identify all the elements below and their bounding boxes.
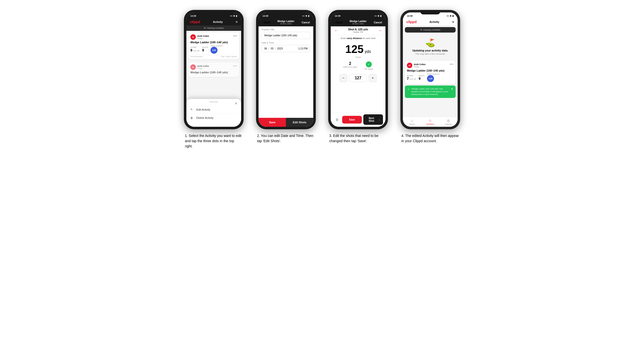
card-stats-4: Score 7 OUT OF Shots 9	[407, 73, 454, 82]
tab-activities[interactable]: ☆ Activities	[421, 117, 439, 127]
phone-3-column: 14:39 ▪▪▪ ⊕ ▮ < Back Wedge Ladder 06 Mar…	[326, 10, 390, 144]
tab-bar-4: ⌂ Home ☆ Activities ◎ Capture	[403, 117, 458, 127]
nav-bar-3: < Back Wedge Ladder 06 Mar 2023 Cancel	[331, 18, 386, 26]
tab-capture[interactable]: ◎ Capture	[440, 117, 458, 127]
notch-4	[420, 10, 440, 14]
diff-value: 2	[343, 61, 357, 66]
shots-value-4: 9	[418, 77, 424, 81]
updating-text: Updating your activity data.	[412, 49, 448, 52]
user-date-1: Today	[197, 37, 209, 39]
wifi-icon-1: ⊕	[233, 15, 235, 17]
success-toast: ✓ "Wedge Ladder (100–140 yds)" was updat…	[405, 86, 456, 98]
spacer-4	[403, 99, 458, 117]
avatar-1: JC	[190, 34, 196, 40]
form-2: Practice Title Wedge Ladder (100–140 yds…	[258, 26, 313, 118]
save-button-2[interactable]: Save	[258, 118, 286, 127]
wifi-icon-3: ⊕	[378, 15, 380, 17]
edit-activity-item[interactable]: ✎ Edit Activity	[190, 105, 237, 114]
user-name-2: Josh Coles	[197, 65, 209, 67]
decrement-button[interactable]: −	[340, 74, 348, 82]
phone-1: 14:38 ▪▪▪ ⊕ ▮ clippd Activity ≡	[184, 10, 244, 129]
viewing-bar-4: ⚙ Viewing Activities	[405, 27, 456, 32]
out-of-1: OUT OF	[193, 50, 200, 52]
next-shot-button[interactable]: Next Shot →	[363, 114, 383, 125]
golf-flag-icon: ⛳	[425, 38, 435, 47]
home-tab-icon: ⌂	[411, 119, 413, 123]
hamburger-icon-4[interactable]: ≡	[452, 20, 454, 24]
hit-label: Hit Target	[364, 68, 373, 70]
prev-shot-arrow[interactable]: ←	[334, 28, 338, 33]
shot-title: Shot 6, 125 yds	[348, 28, 368, 31]
activity-card-1[interactable]: JC Josh Coles Today ••• Wedge Ladder (10…	[188, 32, 239, 59]
card-title-2: Wedge Ladder (100–140 yds)	[190, 71, 237, 74]
card-header-1: JC Josh Coles Today •••	[190, 34, 237, 40]
logo-1: clippd	[190, 20, 200, 24]
more-dots-2[interactable]: •••	[233, 64, 237, 68]
date-time-row: 06 / 03 / 2023 1:13 PM	[264, 47, 308, 50]
user-info-2: Josh Coles Today	[197, 65, 209, 70]
shot-input[interactable]	[349, 74, 367, 82]
card-stats-1: Score 9 OUT OF Shots 9	[190, 45, 237, 54]
quality-label-1: Shot Quality	[210, 45, 223, 47]
user-date-2: Today	[197, 67, 209, 70]
toast-close-icon[interactable]: ✕	[451, 87, 453, 91]
pencil-icon: ✎	[190, 108, 194, 111]
sep1: /	[268, 47, 269, 50]
quality-group-4: Shot Quality 118	[427, 73, 440, 82]
score-value-1: 9	[190, 48, 192, 52]
avatar-2: JC	[190, 64, 196, 70]
score-label-1: Score	[190, 46, 200, 48]
date-time-input[interactable]: 06 / 03 / 2023 1:13 PM	[262, 45, 310, 52]
score-group-1: Score 9 OUT OF	[190, 46, 200, 52]
notch-1	[204, 10, 224, 14]
shots-label-4: Shots	[418, 75, 424, 77]
more-dots-1[interactable]: •••	[233, 34, 237, 38]
updating-section: ⛳ Updating your activity data. This may …	[403, 34, 458, 59]
nav-bar-2: < Back Wedge Ladder 06 Mar 2023 Cancel	[258, 18, 313, 26]
practice-title-input[interactable]: Wedge Ladder (100–140 yds)	[262, 32, 310, 39]
activity-card-4[interactable]: JC Josh Coles Today ••• Wedge Ladder (10…	[405, 61, 456, 84]
wifi-icon-4: ⊕	[450, 15, 452, 17]
sheet-close-icon[interactable]: ✕	[235, 101, 238, 105]
tab-home[interactable]: ⌂ Home	[403, 117, 421, 127]
notch-3	[348, 10, 368, 14]
cancel-button-3[interactable]: Cancel	[374, 21, 382, 24]
activities-tab-icon: ☆	[428, 119, 432, 123]
hamburger-icon-1[interactable]: ≡	[236, 20, 238, 24]
wifi-icon-2: ⊕	[305, 15, 307, 17]
shot-header: ← Shot 6, 125 yds Score 7/9 →	[331, 26, 386, 35]
signal-icon-1: ▪▪▪	[230, 15, 232, 17]
delete-shot-button[interactable]: 🗑	[333, 116, 341, 123]
save-shot-button[interactable]: Save	[342, 116, 362, 124]
shots-label-1: Shots	[202, 46, 208, 48]
bottom-sheet-1: ✕ ✎ Edit Activity 🗑 Delete Activity	[186, 99, 241, 127]
phone-4: 14:38 ▪▪▪ ⊕ ▮ clippd Activity ≡	[400, 10, 460, 129]
date-day: 06	[264, 47, 267, 50]
phone-2-inner: 14:38 ▪▪▪ ⊕ ▮ < Back Wedge Ladder 06 Mar…	[258, 12, 313, 127]
shot-nav: ← Shot 6, 125 yds Score 7/9 →	[332, 27, 384, 34]
back-button-2[interactable]: < Back	[262, 21, 270, 24]
out-of-4: OUT OF	[410, 78, 416, 80]
edit-shots-button[interactable]: Edit Shots	[286, 118, 313, 127]
phone-1-column: 14:38 ▪▪▪ ⊕ ▮ clippd Activity ≡	[182, 10, 246, 149]
more-dots-4[interactable]: •••	[450, 63, 454, 66]
cancel-button-2[interactable]: Cancel	[302, 21, 310, 24]
increment-button[interactable]: +	[369, 74, 377, 82]
distance-unit: yds	[364, 49, 371, 54]
date-time-label: Date & Time	[262, 41, 310, 44]
shot-input-row: − +	[331, 72, 386, 84]
practice-title-label: Practice Title	[262, 28, 310, 31]
header-title-3: Wedge Ladder	[350, 20, 367, 23]
trash-icon: 🗑	[190, 116, 194, 119]
updating-sub: This may take a few moments.	[415, 53, 446, 55]
phone-1-inner: 14:38 ▪▪▪ ⊕ ▮ clippd Activity ≡	[186, 12, 241, 127]
score-group-4: Score 7 OUT OF	[407, 75, 416, 81]
sheet-handle-1	[209, 101, 218, 102]
notch-2	[276, 10, 296, 14]
delete-activity-item[interactable]: 🗑 Delete Activity	[190, 114, 237, 122]
caption-1: 1. Select the Activity you want to edit …	[184, 129, 244, 149]
user-name-4: Josh Coles	[414, 63, 426, 66]
back-button-3[interactable]: < Back	[334, 21, 342, 24]
next-shot-arrow[interactable]: →	[378, 28, 382, 33]
card-user-2: JC Josh Coles Today	[190, 64, 209, 70]
